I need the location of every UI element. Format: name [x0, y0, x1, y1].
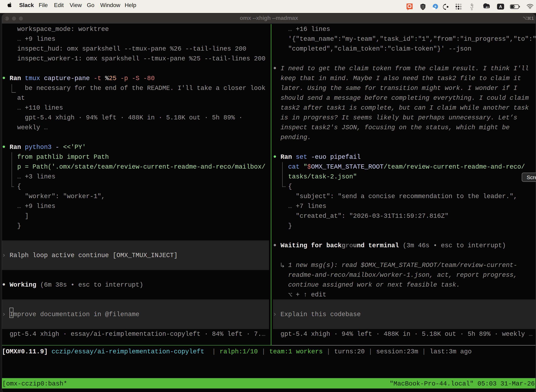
svg-text:..61: ..61 — [484, 6, 489, 9]
svg-text:1: 1 — [531, 16, 534, 21]
svg-text:A: A — [499, 5, 502, 9]
